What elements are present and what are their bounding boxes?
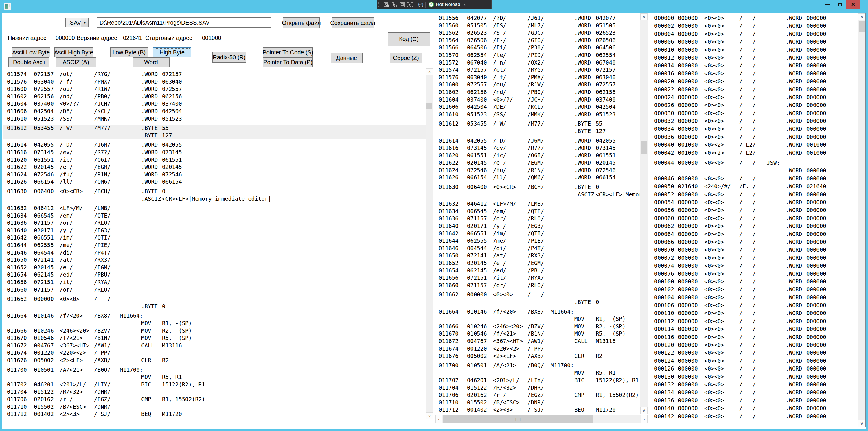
list-line[interactable]: 011672004767<367><HT>/AW1/CALLM13116 xyxy=(435,338,640,345)
memory-list-main[interactable]: 011574072157/ot//RYG/.WORD07215701157606… xyxy=(3,68,433,420)
list-line[interactable]: 000122000000<0><0>/ /.WORD000000 xyxy=(649,349,858,357)
list-line[interactable]: 000000000000<0><0>/ /.WORD000000 xyxy=(649,15,858,23)
list-line[interactable]: 011710015502/B/<ESC>/DNR/ xyxy=(435,399,640,407)
list-line[interactable]: 011700010501/A/<21>/B0Q/M11700: xyxy=(435,362,640,370)
scrollbar-thumb[interactable] xyxy=(427,103,432,109)
list-line[interactable]: 011624072546/fu//R1N/.WORD072546 xyxy=(3,171,426,179)
list-line[interactable]: 011636071157/or//RLO/ xyxy=(435,215,640,223)
list-line[interactable]: 011576063040/ f//PMX/.WORD063040 xyxy=(435,74,640,82)
scroll-down-button[interactable]: ∨ xyxy=(426,412,433,420)
list-line[interactable]: 000046000000<0><0>/ /.WORD000000 xyxy=(649,175,858,183)
list-line[interactable]: 000134000000<0><0>/ /.WORD000000 xyxy=(649,389,858,397)
list-line[interactable]: .BYTE0 xyxy=(435,299,640,306)
high-byte-button[interactable]: High Byte xyxy=(153,48,191,57)
list-line[interactable]: 000110000000<0><0>/ /.WORD000000 xyxy=(649,310,858,318)
list-line[interactable]: 000076000000<0><0>/ /.WORD000000 xyxy=(649,271,858,278)
list-line[interactable]: 011556042077/?D//J61/.WORD042077 xyxy=(435,15,640,22)
pointer-to-data-button[interactable]: Pointer To Data (P) xyxy=(263,57,313,67)
data-button[interactable]: Данные xyxy=(331,53,363,63)
list-line[interactable]: 000102000000<0><0>/ /.WORD000000 xyxy=(649,286,858,294)
list-line[interactable]: 011644062555/me//PIE/ xyxy=(3,242,426,249)
list-line[interactable]: 011712001402<2><3>/ SJ/BEQM11720 xyxy=(435,406,640,414)
open-file-button[interactable]: Открыть файл xyxy=(283,18,320,28)
list-line[interactable]: 011674001220<220><2>/ PP/ xyxy=(435,345,640,353)
list-line[interactable]: 011614042055/-D//J6M/.WORD042055 xyxy=(3,142,426,149)
list-line[interactable]: 000074000000<0><0>/ /.WORD000000 xyxy=(649,263,858,270)
list-line[interactable]: 011574072157/ot//RYG/.WORD072157 xyxy=(435,66,640,74)
list-line[interactable]: 011652020145/e //EGM/ xyxy=(3,264,426,272)
list-line[interactable]: 011660071157/or//RLO/ xyxy=(435,282,640,289)
list-line[interactable]: 000106000000<0><0>/ /.WORD000000 xyxy=(649,302,858,310)
list-line[interactable]: 000100000000<0><0>/ /.WORD000000 xyxy=(649,278,858,286)
list-line[interactable]: .BYTE127 xyxy=(3,132,426,140)
track-focused-element-icon[interactable] xyxy=(406,1,414,8)
list-line[interactable]: 011646064544/di//P4T/ xyxy=(435,245,640,252)
list-line[interactable]: 011616073145/ev//R7?/.WORD073145 xyxy=(435,145,640,152)
list-line[interactable]: 000044000000<0><0>/ /JSW: xyxy=(649,159,858,167)
list-line[interactable]: 011646064544/di//P4T/ xyxy=(3,249,426,257)
radix50-button[interactable]: Radix-50 (R) xyxy=(212,52,246,63)
list-line[interactable]: 011704015122/R/<32>/DHR/ xyxy=(435,384,640,392)
list-line[interactable]: 011622020145/e //EGM/.WORD020145 xyxy=(3,164,426,171)
list-line[interactable]: 000104000000<0><0>/ /.WORD000000 xyxy=(649,294,858,302)
left-vertical-scrollbar[interactable]: ∧ ∨ xyxy=(426,68,433,420)
list-line[interactable]: 011626066154/ll//QM6/.WORD066154 xyxy=(435,174,640,182)
hot-reload-button[interactable]: ✓ Hot Reload xyxy=(427,2,462,7)
list-line[interactable]: 011634066545/em//QTE/ xyxy=(435,208,640,216)
list-line[interactable]: 011644062555/me//PIE/ xyxy=(435,238,640,245)
list-line[interactable]: 000066000000<0><0>/ /.WORD000000 xyxy=(649,239,858,246)
list-line[interactable]: 011676005002<2><LF>/AXB/CLRR2 xyxy=(435,352,640,360)
scroll-up-button[interactable]: ∧ xyxy=(858,13,865,20)
list-line[interactable]: 011650072141/at//RX3/ xyxy=(435,252,640,260)
enable-selection-icon[interactable] xyxy=(390,1,398,8)
list-line[interactable]: 011632046412<LF>/M//LMB/ xyxy=(3,205,426,212)
list-line[interactable]: 000002000000<0><0>/ /.WORD000000 xyxy=(649,23,858,30)
list-line[interactable]: 011600072557/ou//R1W/.WORD072557 xyxy=(3,86,426,93)
scrollbar-thumb[interactable] xyxy=(641,142,647,154)
middle-horizontal-scrollbar[interactable]: ‹ ||| › xyxy=(435,414,648,423)
list-line[interactable]: 011612053455/-W//M77/.BYTE55 xyxy=(3,125,426,132)
list-line[interactable]: 011560051505/ES//ML7/.WORD051505 xyxy=(435,22,640,30)
list-line[interactable]: 000022000000<0><0>/ /.WORD000000 xyxy=(649,86,858,94)
list-line[interactable]: 011634066545/em//QTE/ xyxy=(3,212,426,220)
list-line[interactable]: 011600072557/ou//R1W/.WORD072557 xyxy=(435,81,640,89)
list-line[interactable]: 000020000000<0><0>/ /.WORD000000 xyxy=(649,78,858,86)
list-line[interactable]: 000126000000<0><0>/ /.WORD000000 xyxy=(649,365,858,373)
list-line[interactable]: 000116000000<0><0>/ /.WORD000000 xyxy=(649,334,858,342)
list-line[interactable]: 011664010146/f/<20>/BX8/M11664: xyxy=(435,308,640,316)
asciz-button[interactable]: ASCIZ (A) xyxy=(56,57,96,67)
scroll-down-button[interactable]: ∨ xyxy=(640,407,648,414)
list-line[interactable]: 011670010546/f/<21>/B1N/MOVR5, -(SP) xyxy=(3,335,426,342)
list-line[interactable]: 000032000000<0><0>/ /.WORD000000 xyxy=(649,118,858,126)
list-line[interactable]: 011604037400<0>/?//JCH/.WORD037400 xyxy=(3,100,426,108)
list-line[interactable]: 000034000000<0><0>/ /.WORD000000 xyxy=(649,126,858,133)
list-line[interactable]: 011702046201<201>/L//LIY/BIC15122(R2), R… xyxy=(3,381,426,389)
ascii-low-byte-button[interactable]: Ascii Low Byte xyxy=(11,48,50,57)
list-line[interactable]: MOVR5, R1 xyxy=(435,369,640,377)
list-line[interactable]: 000060000000<0><0>/ /.WORD000000 xyxy=(649,215,858,223)
list-line[interactable]: 011710015502/B/<ESC>/DNR/ xyxy=(3,403,426,411)
list-line[interactable]: 011602062156/nd//PB0/.WORD062156 xyxy=(435,89,640,96)
list-line[interactable]: 011610051523/SS//MMK/.WORD051523 xyxy=(3,115,426,123)
list-line[interactable]: 011670010546/f/<21>/B1N/MOVR5, -(SP) xyxy=(435,330,640,338)
list-line[interactable]: 011632046412<LF>/M//LMB/ xyxy=(435,201,640,208)
list-line[interactable]: 011654062145/ed//PBU/ xyxy=(3,271,426,279)
list-line[interactable]: 000006000000<0><0>/ /.WORD000000 xyxy=(649,38,858,46)
list-line[interactable]: 011642066551/im//QTI/ xyxy=(435,230,640,238)
list-line[interactable]: 000124000000<0><0>/ /.WORD000000 xyxy=(649,358,858,365)
list-line[interactable]: 011660071157/or//RLO/ xyxy=(3,286,426,294)
file-path-input[interactable] xyxy=(97,18,271,28)
list-line[interactable]: 011656072151/it//RYA/ xyxy=(3,279,426,286)
list-line[interactable]: 000056000000<0><0>/ /.WORD000000 xyxy=(649,207,858,215)
word-button[interactable]: Word xyxy=(132,57,169,67)
scrollbar-thumb[interactable] xyxy=(859,22,865,32)
list-line[interactable]: 011672004767<367><HT>/AW1/CALLM13116 xyxy=(3,342,426,350)
list-line[interactable]: 011562026523/S-//GJC/.WORD026523 xyxy=(435,30,640,37)
list-line[interactable]: 011622020145/e //EGM/.WORD020145 xyxy=(435,159,640,167)
list-line[interactable]: 011612053455/-W//M77/.BYTE55 xyxy=(435,120,640,128)
list-line[interactable]: MOVR5, R1 xyxy=(3,374,426,381)
list-line[interactable]: 011666010246<246><20>/BZV/MOVR2, -(SP) xyxy=(3,328,426,335)
list-line[interactable]: 000042001000<0><2>/ L2/.WORD001000 xyxy=(649,150,858,157)
toolbar-grip[interactable] xyxy=(378,1,381,8)
list-line[interactable]: 011642066551/im//QTI/ xyxy=(3,234,426,242)
